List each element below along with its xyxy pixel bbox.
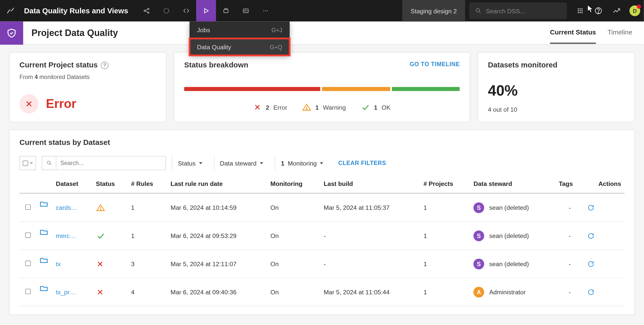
apps-icon[interactable] — [571, 0, 589, 22]
topbar-nav-icons — [136, 0, 275, 22]
col-lastbuild[interactable]: Last build — [320, 174, 420, 193]
dataset-link[interactable]: cards… — [56, 204, 77, 211]
steward-avatar: A — [473, 287, 484, 297]
rules-count: 3 — [128, 250, 167, 278]
folder-icon — [39, 199, 49, 209]
user-avatar[interactable]: D — [626, 0, 644, 22]
refresh-button[interactable] — [587, 204, 621, 211]
quality-shield-icon — [0, 21, 23, 45]
status-bar-strip — [184, 87, 460, 91]
col-dataset[interactable]: Dataset — [53, 174, 93, 193]
dataset-link[interactable]: tx — [56, 260, 61, 267]
svg-point-11 — [580, 8, 581, 10]
col-monitoring[interactable]: Monitoring — [267, 174, 320, 193]
tags-cell: - — [555, 250, 584, 278]
row-checkbox[interactable] — [25, 205, 30, 210]
dropdown-item-data-quality[interactable]: Data Quality G+Q — [189, 38, 290, 55]
select-all-dropdown[interactable] — [19, 156, 36, 170]
svg-point-23 — [100, 209, 101, 210]
dropdown-item-jobs[interactable]: Jobs G+J — [189, 22, 290, 38]
svg-point-16 — [578, 12, 579, 13]
dataset-link[interactable]: tx_pr… — [56, 289, 76, 296]
steward-name: sean (deleted) — [489, 204, 529, 211]
steward-cell: Ssean (deleted) — [473, 258, 552, 269]
dataset-link[interactable]: merc… — [56, 232, 76, 239]
svg-point-12 — [581, 8, 583, 10]
svg-point-13 — [578, 10, 579, 11]
svg-point-18 — [581, 12, 583, 13]
col-status[interactable]: Status — [93, 174, 128, 193]
col-actions[interactable]: Actions — [584, 174, 624, 193]
legend-label: Warning — [323, 104, 346, 111]
clear-filters-link[interactable]: CLEAR FILTERS — [338, 160, 386, 166]
refresh-button[interactable] — [587, 260, 621, 268]
share-icon[interactable] — [136, 0, 156, 22]
folder-icon — [39, 228, 49, 237]
filter-data-steward[interactable]: Data steward — [214, 156, 269, 170]
activity-icon[interactable] — [608, 0, 626, 22]
code-icon[interactable] — [176, 0, 196, 22]
svg-point-22 — [47, 161, 50, 164]
table-header-row: Dataset Status # Rules Last rule run dat… — [19, 174, 624, 193]
col-tags[interactable]: Tags — [555, 174, 584, 193]
library-icon[interactable] — [216, 0, 236, 22]
chevron-down-icon — [199, 162, 202, 164]
notification-dot — [637, 5, 641, 9]
search-input[interactable] — [56, 156, 166, 170]
row-checkbox[interactable] — [25, 289, 30, 294]
row-checkbox[interactable] — [25, 232, 30, 238]
filter-monitoring[interactable]: 1 Monitoring — [275, 156, 329, 170]
last-build: - — [320, 250, 420, 278]
tab-timeline[interactable]: Timeline — [608, 22, 632, 44]
card-heading: Status breakdown — [184, 61, 248, 70]
refresh-button[interactable] — [587, 232, 621, 239]
refresh-button[interactable] — [587, 288, 621, 296]
content: Current Project status ? From 4 monitore… — [0, 45, 644, 322]
tags-cell: - — [555, 193, 584, 222]
last-run: Mar 6, 2024 at 10:14:59 — [167, 193, 267, 222]
svg-point-1 — [148, 8, 149, 10]
folder-icon — [39, 284, 49, 293]
project-title[interactable]: Data Quality Rules and Views — [21, 6, 131, 15]
go-to-timeline-link[interactable]: GO TO TIMELINE — [410, 61, 460, 67]
col-lastrun[interactable]: Last rule run date — [167, 174, 267, 193]
monitoring-state: On — [267, 250, 320, 278]
help-icon[interactable]: ? — [101, 61, 108, 69]
more-icon[interactable] — [256, 0, 275, 22]
tab-current-status[interactable]: Current Status — [550, 22, 596, 44]
col-steward[interactable]: Data steward — [470, 174, 555, 193]
legend-count: 1 — [374, 104, 378, 111]
staging-tab[interactable]: Staging design 2 — [402, 0, 465, 22]
filter-count: 1 — [281, 159, 285, 167]
flow-icon[interactable] — [156, 0, 176, 22]
select-all-checkbox[interactable] — [23, 160, 28, 166]
global-search[interactable]: Search DSS... — [469, 3, 567, 19]
svg-point-14 — [580, 10, 581, 11]
legend-error: 2 Error — [253, 103, 287, 112]
card-heading: Datasets monitored — [488, 61, 624, 70]
dashboard-icon[interactable] — [236, 0, 256, 22]
filter-label: Data steward — [220, 159, 256, 167]
breakdown-legend: 2 Error 1 Warning 1 OK — [184, 103, 460, 112]
chevron-down-icon — [30, 162, 33, 164]
status-icon — [93, 193, 128, 222]
projects-count: 1 — [420, 193, 470, 222]
row-checkbox[interactable] — [25, 261, 30, 266]
table-toolbar: Status Data steward 1 Monitoring CLEAR F… — [19, 156, 624, 170]
col-projects[interactable]: # Projects — [420, 174, 470, 193]
table-row: cards…1Mar 6, 2024 at 10:14:59OnMar 5, 2… — [19, 193, 624, 222]
app-logo[interactable] — [0, 0, 21, 22]
search-icon[interactable] — [42, 156, 56, 170]
status-bar-segment — [322, 87, 390, 91]
status-bar-segment — [184, 87, 320, 91]
col-rules[interactable]: # Rules — [128, 174, 167, 193]
legend-count: 2 — [266, 104, 269, 111]
last-build: Mar 5, 2024 at 11:05:44 — [320, 278, 420, 306]
svg-point-2 — [148, 12, 149, 13]
project-status-line: Error — [19, 94, 156, 113]
status-icon — [93, 278, 128, 306]
status-bar-segment — [392, 87, 460, 91]
filter-status[interactable]: Status — [172, 156, 208, 170]
topbar-right-icons: D — [571, 0, 644, 22]
run-icon[interactable] — [196, 0, 216, 22]
